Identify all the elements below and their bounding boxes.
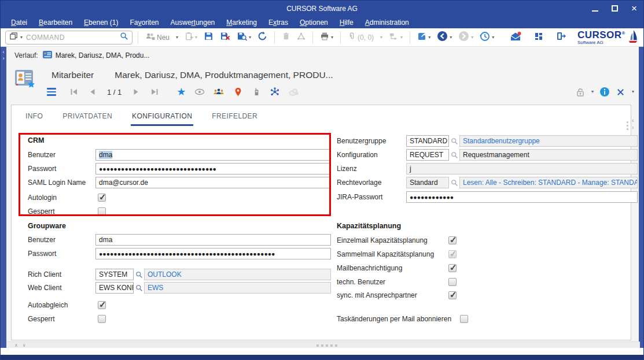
attachments-button[interactable]: (0, 0) ▾ — [346, 31, 384, 44]
info-button[interactable] — [599, 86, 610, 98]
konfiguration-lookup-icon[interactable] — [449, 151, 459, 159]
rechtevorlage-lookup-icon[interactable] — [449, 179, 459, 187]
forward-button[interactable]: ▾ — [457, 29, 475, 45]
collapse-down-icon[interactable]: ∨ — [23, 343, 26, 348]
panel-side-chevrons[interactable]: ‹› — [632, 117, 634, 131]
rich-client-desc-field[interactable]: OUTLOOK — [144, 269, 331, 280]
benutzergruppe-lookup-icon[interactable] — [449, 138, 459, 145]
cloud-sync-button[interactable] — [288, 86, 300, 98]
save-button[interactable] — [202, 30, 215, 44]
menu-ebenen[interactable]: Ebenen (1) — [78, 18, 124, 27]
crm-autologin-checkbox[interactable] — [98, 194, 106, 202]
rich-client-lookup-icon[interactable] — [134, 271, 144, 279]
gw-benutzer-input[interactable]: dma — [95, 234, 331, 246]
splitter-drag-handle[interactable] — [317, 344, 337, 347]
tab-privatdaten[interactable]: PRIVATDATEN — [61, 110, 113, 126]
maximize-button[interactable] — [610, 4, 619, 13]
search-icon[interactable] — [120, 32, 128, 43]
menu-administration[interactable]: Administration — [359, 18, 415, 27]
panel-resize-dots[interactable] — [627, 121, 628, 130]
window-switcher-caret[interactable]: ▾ — [20, 35, 23, 40]
refresh-button[interactable] — [256, 30, 269, 44]
crm-gesperrt-checkbox[interactable] — [98, 207, 106, 216]
menu-hilfe[interactable]: Hilfe — [334, 18, 359, 27]
tab-konfiguration[interactable]: KONFIGURATION — [131, 110, 193, 126]
benutzergruppe-desc-field[interactable]: Standardbenutzergruppe — [459, 135, 638, 147]
hierarchy-button[interactable] — [295, 31, 307, 44]
command-input[interactable] — [25, 33, 117, 42]
jira-passwort-row: JIRA-Passwort ●●●●●●●●●●●● — [337, 191, 638, 203]
save-search-button[interactable]: ▾ — [235, 30, 253, 44]
lock-caret[interactable]: ▾ — [591, 90, 594, 94]
gw-passwort-input[interactable]: ●●●●●●●●●●●●●●●●●●●●●●●●●●●●●●●●●●●●●●●●… — [95, 248, 331, 259]
menu-extras[interactable]: Extras — [263, 18, 294, 27]
phone-button[interactable] — [251, 86, 262, 98]
prev-record-button[interactable] — [87, 86, 98, 98]
first-record-button[interactable] — [69, 86, 79, 98]
note-button[interactable]: ▾ — [415, 31, 432, 44]
close-caret[interactable]: ▾ — [632, 90, 634, 94]
gw-gesperrt-checkbox[interactable] — [98, 315, 106, 323]
tab-freifelder[interactable]: FREIFELDER — [211, 110, 259, 126]
rechtevorlage-desc-field[interactable]: Lesen: Alle - Schreiben: STANDARD - Mana… — [459, 177, 638, 188]
web-client-desc-field[interactable]: EWS — [144, 282, 331, 294]
command-box[interactable]: ▾ — [5, 31, 133, 44]
watch-button[interactable] — [194, 86, 205, 98]
web-client-code-input[interactable]: EWS KONFIG — [95, 282, 134, 294]
menu-auswertungen[interactable]: Auswertungen — [165, 18, 221, 27]
crm-passwort-input[interactable]: ●●●●●●●●●●●●●●●●●●●●●●●●●●●●●●●● — [95, 163, 331, 175]
history-button[interactable]: ▾ — [478, 30, 496, 45]
last-record-button[interactable] — [149, 86, 160, 98]
relations-button[interactable] — [270, 86, 280, 98]
crm-benutzer-input[interactable]: dma — [95, 149, 331, 161]
history-entry[interactable]: Marek, Dariusz, DMA, Produ... — [43, 50, 150, 61]
close-button[interactable]: × — [630, 4, 639, 13]
print-button[interactable]: ▾ — [318, 31, 335, 44]
inbox-button[interactable] — [508, 30, 523, 45]
paste-new-button[interactable]: ▾ — [183, 31, 199, 44]
einzelmail-checkbox[interactable] — [448, 236, 457, 244]
next-record-button[interactable] — [131, 86, 141, 98]
lizenz-input[interactable]: j — [406, 163, 638, 175]
menu-optionen[interactable]: Optionen — [294, 18, 334, 27]
menu-bearbeiten[interactable]: Bearbeiten — [33, 18, 78, 27]
konfiguration-desc-field[interactable]: Requestmanagement — [459, 149, 638, 161]
new-record-icon — [145, 32, 155, 43]
dashboard-button[interactable] — [532, 31, 545, 44]
rechtevorlage-code-input[interactable]: Standard — [406, 177, 449, 188]
statusbar — [1, 355, 643, 360]
back-button[interactable]: ▾ — [435, 29, 454, 45]
mailbenachrichtigung-checkbox[interactable] — [448, 264, 457, 272]
techn-benutzer-checkbox[interactable] — [448, 278, 457, 286]
logout-button[interactable] — [554, 30, 568, 44]
collapse-up-icon[interactable]: ∧ — [14, 343, 18, 348]
menu-favoriten[interactable]: Favoriten — [124, 18, 164, 27]
unlock-button[interactable] — [575, 86, 586, 98]
bottom-splitter-bar[interactable]: ∧∨ — [6, 342, 640, 348]
benutzergruppe-code-input[interactable]: STANDARD — [406, 135, 449, 147]
menu-datei[interactable]: Datei — [5, 18, 33, 27]
history-clock-icon — [480, 31, 490, 44]
menu-marketing[interactable]: Marketing — [220, 18, 263, 27]
minimize-button[interactable] — [590, 4, 599, 13]
menu-toggle-button[interactable] — [47, 88, 56, 96]
tab-info[interactable]: INFO — [24, 110, 44, 126]
sync-ansprechpartner-checkbox[interactable] — [448, 291, 457, 299]
right-panel-collapsed[interactable] — [639, 47, 643, 348]
delete-button[interactable] — [280, 31, 292, 44]
konfiguration-code-input[interactable]: REQUEST — [406, 149, 449, 161]
task-abo-checkbox[interactable] — [460, 315, 468, 323]
jira-passwort-input[interactable]: ●●●●●●●●●●●● — [406, 191, 638, 203]
workflow-button[interactable]: ▾ — [387, 31, 404, 44]
rich-client-code-input[interactable]: SYSTEM — [95, 269, 134, 280]
save-close-button[interactable] — [218, 30, 232, 44]
favorite-button[interactable]: ★ — [176, 86, 186, 98]
close-record-button[interactable] — [616, 86, 626, 98]
team-button[interactable] — [213, 86, 225, 98]
left-panel-collapsed[interactable]: ‹› — [1, 47, 6, 348]
gw-autoabgleich-checkbox[interactable] — [98, 301, 106, 309]
neu-button[interactable]: Neu ▾ — [143, 31, 180, 44]
map-pin-button[interactable] — [233, 86, 243, 98]
crm-saml-input[interactable]: dma@cursor.de — [95, 177, 331, 188]
web-client-lookup-icon[interactable] — [134, 284, 144, 292]
